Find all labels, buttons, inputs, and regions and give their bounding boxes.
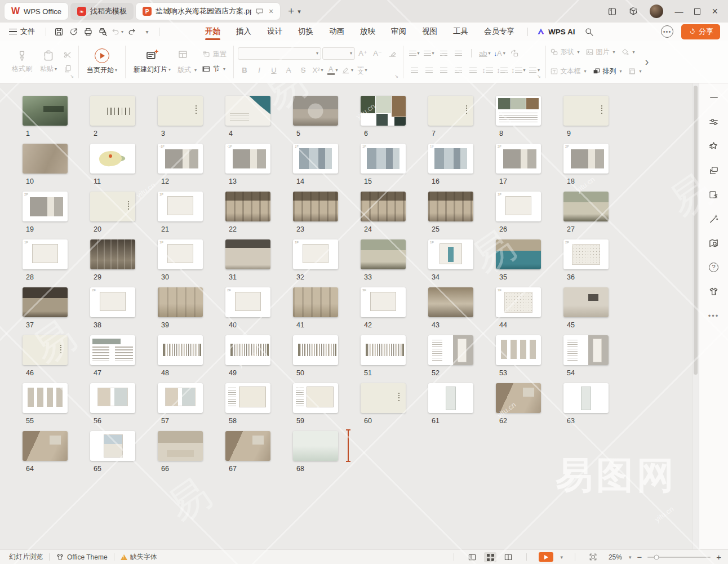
slide-image[interactable] xyxy=(361,335,406,365)
ribbon-more-icon[interactable]: › xyxy=(645,55,649,68)
slide-image[interactable] xyxy=(90,144,135,174)
search-icon[interactable] xyxy=(584,27,594,37)
tab-document[interactable]: P 盐城响水兴海花园酒店方案.pp × xyxy=(136,3,280,20)
slide-image[interactable]: 1F xyxy=(158,239,203,269)
slide-thumbnail[interactable]: 35 xyxy=(496,239,563,287)
slide-thumbnail[interactable]: 48 xyxy=(158,335,225,383)
slide-thumbnail[interactable]: 53 xyxy=(496,335,563,383)
slide-thumbnail[interactable]: 37 xyxy=(23,287,90,335)
slide-image[interactable]: 2F xyxy=(90,287,135,317)
slide-thumbnail[interactable]: 9 xyxy=(563,96,631,144)
slide-image[interactable] xyxy=(361,239,406,269)
slide-thumbnail[interactable]: 4 xyxy=(225,96,293,144)
slide-thumbnail[interactable]: 25 xyxy=(428,192,496,239)
slide-thumbnail[interactable]: 8 xyxy=(496,96,563,144)
pages-panel-icon[interactable] xyxy=(708,164,720,176)
slide-thumbnail[interactable]: 2F 17 xyxy=(496,144,563,192)
decrease-line-spacing-button[interactable]: ↕ xyxy=(495,64,509,77)
slide-image[interactable] xyxy=(225,431,270,461)
slide-image[interactable] xyxy=(293,287,338,317)
beautify-template-icon[interactable] xyxy=(708,188,720,201)
slide-image[interactable]: 1F xyxy=(428,239,473,269)
slide-image[interactable]: 1F xyxy=(428,144,473,174)
cut-icon[interactable] xyxy=(63,51,72,60)
tab-wps-home[interactable]: W WPS Office xyxy=(5,3,68,20)
slide-thumbnail[interactable]: 66 xyxy=(158,431,225,479)
slide-image[interactable] xyxy=(158,287,203,317)
slide-thumbnail[interactable]: 52 xyxy=(428,335,496,383)
slide-image[interactable] xyxy=(428,335,473,365)
font-family-select[interactable]: ▾ xyxy=(238,47,321,60)
slide-thumbnail[interactable]: 31 xyxy=(225,239,293,287)
slide-thumbnail[interactable]: 43 xyxy=(428,287,496,335)
slide-thumbnail[interactable]: 50 xyxy=(293,335,361,383)
tab-docer-template[interactable]: ❧ 找稻壳模板 xyxy=(70,3,134,20)
slide-image[interactable]: -1F xyxy=(225,144,270,174)
slide-thumbnail[interactable]: 23 xyxy=(293,192,361,239)
slide-thumbnail[interactable]: 6 xyxy=(361,96,428,144)
picture-button[interactable]: 图片▾ xyxy=(585,47,615,57)
print-icon[interactable] xyxy=(81,25,95,38)
slide-image[interactable]: 1F xyxy=(23,239,68,269)
avatar[interactable] xyxy=(650,5,663,18)
slide-image[interactable] xyxy=(158,335,203,365)
slide-image[interactable] xyxy=(428,192,473,221)
slide-thumbnail[interactable]: 1F 16 xyxy=(428,144,496,192)
comment-icon[interactable] xyxy=(255,7,264,16)
slide-image[interactable] xyxy=(563,192,609,221)
menu-tab[interactable]: 开始 xyxy=(197,23,228,41)
slide-thumbnail[interactable]: 10 xyxy=(23,144,90,192)
slide-thumbnail[interactable]: 46 xyxy=(23,335,90,383)
slide-thumbnail[interactable]: 59 xyxy=(293,383,361,431)
menu-tab[interactable]: 审阅 xyxy=(383,23,414,41)
slide-image[interactable] xyxy=(158,431,203,461)
bold-button[interactable]: B xyxy=(238,64,251,77)
slide-image[interactable] xyxy=(563,287,609,317)
slide-thumbnail[interactable]: 54 xyxy=(563,335,631,383)
slide-image[interactable] xyxy=(23,287,68,317)
char-spacing-button[interactable]: A xyxy=(282,64,295,77)
collapse-sidebar-icon[interactable] xyxy=(708,91,720,104)
maximize-button[interactable] xyxy=(694,7,700,16)
slide-thumbnail[interactable]: 1F 14 xyxy=(293,144,361,192)
slide-thumbnail[interactable]: 2F 40 xyxy=(225,287,293,335)
slide-image[interactable] xyxy=(563,96,609,126)
wps-ai-button[interactable]: WPS AI xyxy=(536,27,575,36)
increase-indent-button[interactable] xyxy=(451,47,465,60)
missing-fonts-button[interactable]: 缺失字体 xyxy=(121,552,157,562)
smart-beautify-wand-icon[interactable] xyxy=(708,212,720,225)
slide-thumbnail[interactable]: -1F 12 xyxy=(158,144,225,192)
slide-image[interactable]: 2F xyxy=(225,287,270,317)
slide-image[interactable]: 1F xyxy=(293,144,338,174)
slide-thumbnail[interactable]: 2F 19 xyxy=(23,192,90,239)
vertical-text-button[interactable]: ↓A▾ xyxy=(493,47,507,60)
text-direction-button[interactable]: ab▾ xyxy=(478,47,491,60)
slide-thumbnail[interactable]: 29 xyxy=(90,239,158,287)
slide-sorter-canvas[interactable]: 1 2 3 4 xyxy=(0,83,692,549)
help-icon[interactable]: ? xyxy=(708,261,720,273)
slide-thumbnail[interactable]: 2F 38 xyxy=(90,287,158,335)
slide-image[interactable] xyxy=(293,383,338,413)
slide-thumbnail[interactable]: 41 xyxy=(293,287,361,335)
layout-button[interactable]: 版式▾ xyxy=(177,65,197,75)
slide-image[interactable] xyxy=(90,239,135,269)
zoom-level[interactable]: 25% xyxy=(605,553,622,561)
close-window-button[interactable]: × xyxy=(712,6,718,16)
convert-smartart-icon[interactable] xyxy=(508,47,521,60)
vertical-scrollbar[interactable] xyxy=(692,83,699,549)
font-color-button[interactable]: A▾ xyxy=(326,64,339,77)
decrease-font-button[interactable]: A⁻ xyxy=(371,47,384,60)
slideshow-play-button[interactable] xyxy=(539,552,553,562)
menu-hamburger-icon[interactable] xyxy=(9,29,17,34)
slide-image[interactable] xyxy=(293,335,338,365)
slide-image[interactable]: 3F xyxy=(496,287,541,317)
slide-image[interactable]: 2F xyxy=(23,192,68,221)
slide-thumbnail[interactable]: 2 xyxy=(90,96,158,144)
scrollbar-thumb[interactable] xyxy=(694,86,698,375)
slide-thumbnail[interactable]: 64 xyxy=(23,431,90,479)
theme-button[interactable]: Office Theme xyxy=(56,553,108,561)
quick-toolbar-dropdown-icon[interactable]: ▾ xyxy=(140,25,153,38)
redo-icon[interactable] xyxy=(125,25,139,38)
arrange-button[interactable]: 排列▾ xyxy=(592,66,622,76)
slide-image[interactable] xyxy=(23,96,68,126)
